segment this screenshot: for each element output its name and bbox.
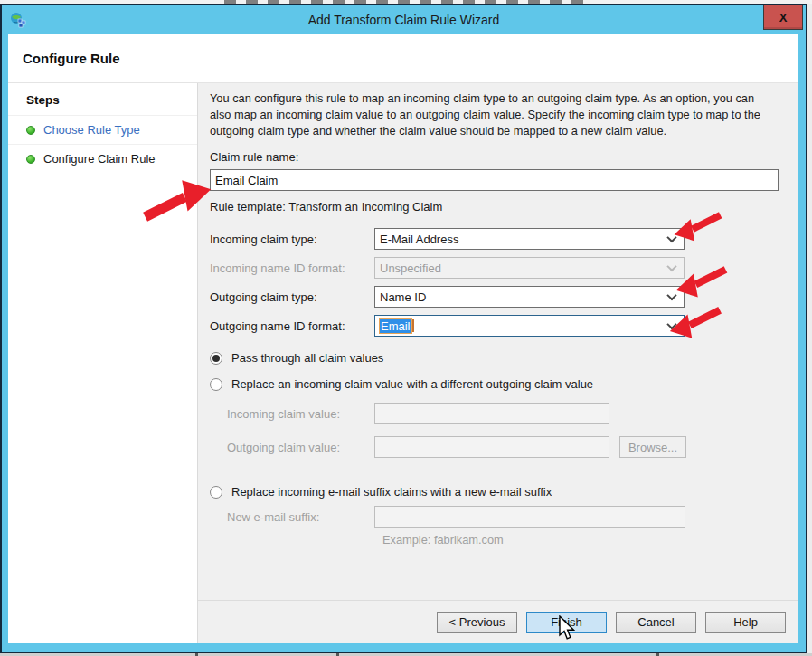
radio-pass-through[interactable]: Pass through all claim values (210, 351, 780, 365)
content-area: Steps Choose Rule Type Configure Claim R… (8, 83, 798, 643)
step-label: Configure Claim Rule (43, 152, 156, 166)
browse-button: Browse... (619, 436, 686, 458)
incoming-claim-type-combo[interactable]: E-Mail Address (374, 228, 685, 250)
radio-label: Replace an incoming claim value with a d… (231, 377, 593, 391)
new-email-suffix-label: New e-mail suffix: (227, 510, 374, 524)
main-panel: You can configure this rule to map an in… (198, 83, 798, 643)
claim-rule-name-label: Claim rule name: (210, 150, 780, 164)
combo-dropdown-button[interactable] (662, 316, 682, 336)
selected-text: Email (380, 319, 411, 333)
outgoing-claim-value-label: Outgoing claim value: (227, 441, 374, 454)
cancel-button[interactable]: Cancel (616, 612, 696, 633)
combo-dropdown-button[interactable] (662, 287, 682, 307)
titlebar[interactable]: Add Transform Claim Rule Wizard X (2, 5, 806, 34)
radio-label: Replace incoming e-mail suffix claims wi… (231, 485, 552, 499)
step-done-icon (26, 126, 35, 135)
outgoing-claim-value-input (374, 436, 609, 458)
close-icon: X (779, 11, 788, 24)
new-email-suffix-input (374, 506, 685, 528)
description-text: You can configure this rule to map an in… (210, 90, 770, 139)
outgoing-claim-type-label: Outgoing claim type: (210, 290, 374, 304)
help-button[interactable]: Help (705, 612, 786, 633)
combo-value: Name ID (375, 290, 426, 304)
outgoing-name-id-format-label: Outgoing name ID format: (210, 319, 374, 333)
previous-button[interactable]: < Previous (437, 612, 517, 633)
step-label: Choose Rule Type (43, 123, 140, 137)
outgoing-claim-type-combo[interactable]: Name ID (374, 286, 685, 308)
close-button[interactable]: X (763, 5, 803, 30)
radio-button-icon[interactable] (210, 486, 222, 499)
combo-value: Unspecified (375, 261, 441, 275)
incoming-name-id-format-combo: Unspecified (374, 257, 685, 279)
text-caret (412, 319, 414, 332)
sidebar-item-configure-claim-rule: Configure Claim Rule (8, 144, 197, 173)
steps-header: Steps (8, 88, 197, 115)
chevron-down-icon (666, 319, 676, 329)
radio-replace-claim-value[interactable]: Replace an incoming claim value with a d… (210, 377, 780, 391)
steps-sidebar: Steps Choose Rule Type Configure Claim R… (8, 83, 198, 643)
radio-button-icon[interactable] (210, 352, 222, 365)
chevron-down-icon (666, 261, 676, 271)
window-body: Configure Rule Steps Choose Rule Type Co… (2, 34, 806, 652)
chevron-down-icon (666, 290, 676, 300)
window-title: Add Transform Claim Rule Wizard (308, 13, 500, 27)
sidebar-item-choose-rule-type[interactable]: Choose Rule Type (8, 115, 197, 144)
radio-label: Pass through all claim values (231, 351, 383, 365)
wizard-dialog: Add Transform Claim Rule Wizard X Config… (0, 4, 807, 654)
claim-rule-name-input[interactable] (210, 169, 779, 191)
app-icon (10, 12, 26, 28)
incoming-name-id-format-label: Incoming name ID format: (210, 261, 374, 275)
combo-dropdown-button (662, 258, 682, 278)
incoming-claim-type-label: Incoming claim type: (210, 233, 374, 246)
example-text: Example: fabrikam.com (382, 533, 780, 547)
chevron-down-icon (666, 233, 676, 242)
button-bar: < Previous Finish Cancel Help (198, 600, 798, 643)
rule-template-text: Rule template: Transform an Incoming Cla… (210, 200, 780, 214)
combo-value: E-Mail Address (375, 233, 458, 246)
radio-replace-email-suffix[interactable]: Replace incoming e-mail suffix claims wi… (210, 485, 780, 499)
incoming-claim-value-label: Incoming claim value: (227, 407, 374, 421)
radio-button-icon[interactable] (210, 378, 222, 391)
finish-button[interactable]: Finish (526, 612, 607, 633)
combo-dropdown-button[interactable] (662, 229, 682, 249)
page-title-text: Configure Rule (23, 51, 120, 66)
outgoing-name-id-format-combo[interactable]: Email (374, 315, 685, 337)
step-done-icon (26, 155, 35, 164)
page-title: Configure Rule (8, 34, 798, 83)
incoming-claim-value-input (374, 403, 609, 424)
